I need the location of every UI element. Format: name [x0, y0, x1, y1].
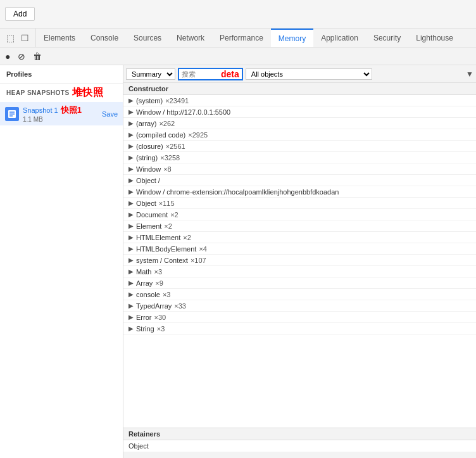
- table-row[interactable]: ▶HTMLElement×2: [123, 232, 476, 243]
- tab-elements[interactable]: Elements: [36, 29, 83, 47]
- row-count: ×2: [170, 211, 178, 219]
- row-expand-icon: ▶: [128, 188, 134, 195]
- search-label-red: deta: [221, 69, 239, 79]
- snapshot-icon: [5, 107, 19, 121]
- table-row[interactable]: ▶HTMLBodyElement×4: [123, 243, 476, 255]
- tab-sources[interactable]: Sources: [126, 29, 169, 47]
- table-row[interactable]: ▶String×3: [123, 323, 476, 334]
- snapshot-name-chinese: 快照1: [61, 105, 82, 116]
- devtools: ⬚ ☐ Elements Console Sources Network Per…: [0, 29, 476, 458]
- row-expand-icon: ▶: [128, 291, 134, 298]
- table-row[interactable]: ▶(closure)×2561: [123, 141, 476, 152]
- row-count: ×8: [163, 165, 172, 173]
- row-expand-icon: ▶: [128, 97, 134, 104]
- tab-performance[interactable]: Performance: [212, 29, 271, 47]
- sidebar: Profiles HEAP SNAPSHOTS 堆快照 Snapshot 1: [0, 65, 123, 458]
- row-count: ×9: [155, 279, 163, 287]
- table-row[interactable]: ▶TypedArray×33: [123, 300, 476, 312]
- row-name: Element: [136, 222, 161, 230]
- snapshot-size: 1.1 MB: [23, 116, 102, 123]
- table-row[interactable]: ▶(string)×3258: [123, 152, 476, 163]
- snapshot-name: Snapshot 1 快照1: [23, 105, 102, 116]
- table-row[interactable]: ▶Object /: [123, 175, 476, 186]
- row-name: Window / chrome-extension://hocalpoamlkl…: [136, 188, 339, 196]
- view-select[interactable]: Summary: [126, 68, 175, 80]
- row-count: ×2561: [166, 143, 185, 150]
- filter-select[interactable]: All objects: [246, 68, 372, 80]
- row-count: ×3: [163, 291, 171, 298]
- tab-security[interactable]: Security: [366, 29, 408, 47]
- row-count: ×3: [157, 325, 165, 333]
- row-expand-icon: ▶: [128, 314, 134, 321]
- row-name: Object: [136, 200, 156, 207]
- row-expand-icon: ▶: [128, 154, 134, 161]
- summary-bar: Summary deta All objects ▼: [123, 65, 476, 83]
- table-row[interactable]: ▶(array)×262: [123, 118, 476, 129]
- snapshot-save-link[interactable]: Save: [102, 110, 118, 118]
- filter-dropdown-icon: ▼: [466, 70, 473, 79]
- table-row[interactable]: ▶Window / http://127.0.0.1:5500: [123, 106, 476, 118]
- row-name: TypedArray: [136, 302, 172, 310]
- row-expand-icon: ▶: [128, 131, 134, 138]
- row-count: ×33: [174, 302, 186, 310]
- row-expand-icon: ▶: [128, 279, 134, 286]
- row-expand-icon: ▶: [128, 325, 134, 332]
- constructor-rows: ▶(system)×23491▶Window / http://127.0.0.…: [123, 95, 476, 334]
- device-icon[interactable]: ☐: [20, 32, 30, 44]
- table-row[interactable]: ▶(compiled code)×2925: [123, 129, 476, 141]
- row-count: ×262: [159, 120, 175, 127]
- tab-lighthouse[interactable]: Lighthouse: [408, 29, 461, 47]
- row-name: HTMLBodyElement: [136, 245, 196, 253]
- refresh-button[interactable]: ⊘: [15, 50, 28, 63]
- row-name: Window: [136, 165, 161, 173]
- snapshot-item[interactable]: Snapshot 1 快照1 1.1 MB Save: [0, 102, 123, 125]
- table-row[interactable]: ▶(system)×23491: [123, 95, 476, 106]
- row-name: system / Context: [136, 257, 188, 264]
- add-button[interactable]: Add: [5, 7, 35, 21]
- table-row[interactable]: ▶Window / chrome-extension://hocalpoamlk…: [123, 186, 476, 198]
- cursor-icon[interactable]: ⬚: [5, 32, 16, 44]
- tab-network[interactable]: Network: [169, 29, 212, 47]
- heap-snapshots-text: HEAP SNAPSHOTS: [6, 89, 70, 96]
- row-name: HTMLElement: [136, 234, 180, 241]
- table-row[interactable]: ▶Element×2: [123, 220, 476, 232]
- row-count: ×3: [154, 268, 162, 276]
- delete-button[interactable]: 🗑: [30, 50, 44, 63]
- table-row[interactable]: ▶Math×3: [123, 266, 476, 277]
- snapshot-info: Snapshot 1 快照1 1.1 MB: [23, 105, 102, 123]
- row-expand-icon: ▶: [128, 245, 134, 252]
- search-box[interactable]: deta: [178, 68, 243, 80]
- heap-snapshots-label: HEAP SNAPSHOTS 堆快照: [0, 84, 123, 102]
- table-row[interactable]: ▶Object×115: [123, 198, 476, 209]
- row-expand-icon: ▶: [128, 257, 134, 264]
- table-row[interactable]: ▶Array×9: [123, 277, 476, 289]
- devtools-header: ⬚ ☐ Elements Console Sources Network Per…: [0, 29, 476, 48]
- row-count: ×3258: [160, 154, 180, 162]
- tab-memory[interactable]: Memory: [271, 29, 313, 47]
- row-count: ×107: [191, 257, 206, 264]
- row-name: String: [136, 325, 154, 333]
- row-name: (closure): [136, 143, 163, 150]
- table-row[interactable]: ▶Document×2: [123, 209, 476, 220]
- row-count: ×2: [183, 234, 191, 241]
- sidebar-title: Profiles: [0, 65, 123, 84]
- record-button[interactable]: ●: [3, 50, 13, 63]
- row-count: ×2925: [188, 131, 208, 139]
- row-count: ×30: [154, 314, 166, 321]
- row-name: console: [136, 291, 160, 298]
- table-row[interactable]: ▶system / Context×107: [123, 255, 476, 266]
- row-expand-icon: ▶: [128, 165, 134, 172]
- tab-console[interactable]: Console: [83, 29, 126, 47]
- devtools-icon-area: ⬚ ☐: [0, 29, 36, 47]
- table-row[interactable]: ▶console×3: [123, 289, 476, 300]
- retainers-header: Retainers: [123, 428, 476, 440]
- tab-application[interactable]: Application: [313, 29, 366, 47]
- row-expand-icon: ▶: [128, 177, 134, 184]
- row-name: (string): [136, 154, 158, 162]
- table-row[interactable]: ▶Error×30: [123, 312, 476, 323]
- row-expand-icon: ▶: [128, 200, 134, 207]
- search-input[interactable]: [182, 70, 220, 78]
- table-row[interactable]: ▶Window×8: [123, 163, 476, 175]
- right-panel: Summary deta All objects ▼ Constructor ▶…: [123, 65, 476, 458]
- main-area: Profiles HEAP SNAPSHOTS 堆快照 Snapshot 1: [0, 65, 476, 458]
